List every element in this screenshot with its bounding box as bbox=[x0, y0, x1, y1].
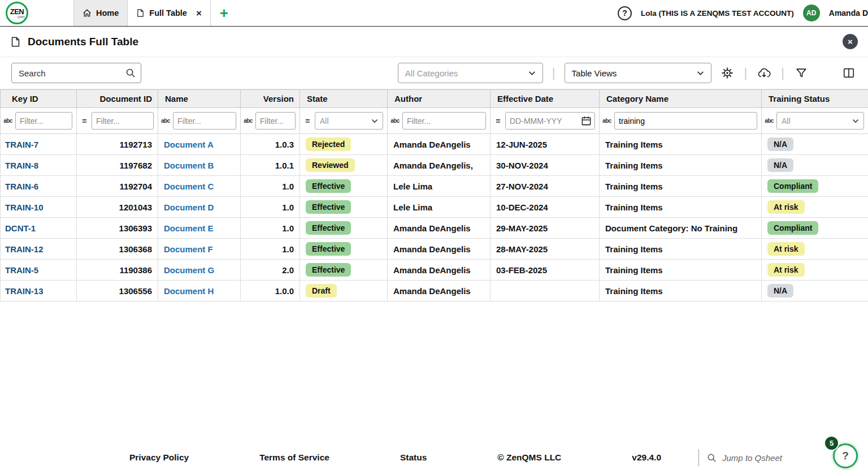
state-badge: Effective bbox=[306, 242, 351, 256]
text-filter-icon[interactable]: abc bbox=[602, 118, 611, 124]
zenqms-logo[interactable]: ZEN QMS bbox=[0, 0, 74, 26]
footer-link-terms-of-service[interactable]: Terms of Service bbox=[259, 453, 329, 463]
tab-full-table[interactable]: Full Table × bbox=[128, 0, 211, 26]
key-id-link[interactable]: TRAIN-10 bbox=[5, 202, 44, 212]
equals-filter-icon[interactable]: = bbox=[303, 117, 312, 126]
filter-author: abc bbox=[388, 108, 491, 134]
equals-filter-icon[interactable]: = bbox=[493, 117, 502, 126]
document-name-link[interactable]: Document A bbox=[164, 140, 214, 149]
document-name-cell: Document H bbox=[158, 281, 241, 301]
columns-layout-icon[interactable] bbox=[841, 65, 857, 81]
help-icon[interactable]: ? bbox=[618, 6, 632, 20]
text-filter-icon[interactable]: abc bbox=[161, 118, 170, 124]
key-id-link[interactable]: DCNT-1 bbox=[5, 223, 36, 233]
document-name-link[interactable]: Document C bbox=[164, 182, 214, 191]
footer-link-status[interactable]: Status bbox=[400, 453, 427, 463]
effective-date-cell: 27-NOV-2024 bbox=[491, 176, 600, 197]
training-status-cell: N/A bbox=[762, 281, 868, 301]
text-filter-icon[interactable]: abc bbox=[244, 118, 253, 124]
effective-date-filter-input[interactable] bbox=[506, 113, 580, 129]
training-status-badge: Compliant bbox=[767, 221, 818, 235]
effective-date-cell: 12-JUN-2025 bbox=[491, 134, 600, 155]
document-name-link[interactable]: Document F bbox=[164, 244, 213, 254]
column-header-category-name[interactable]: Category Name bbox=[600, 90, 762, 108]
author-cell: Amanda DeAngelis, bbox=[388, 155, 491, 176]
document-name-cell: Document D bbox=[158, 197, 241, 218]
key-id-link[interactable]: TRAIN-8 bbox=[5, 161, 38, 170]
table-views-dropdown[interactable]: Table Views bbox=[565, 63, 711, 83]
document-name-link[interactable]: Document D bbox=[164, 202, 214, 212]
column-header-document-id[interactable]: Document ID bbox=[77, 90, 158, 108]
author-cell: Lele Lima bbox=[388, 176, 491, 197]
key-id-link[interactable]: TRAIN-6 bbox=[5, 182, 38, 191]
training-status-cell: N/A bbox=[762, 134, 868, 155]
version-cell: 1.0 bbox=[241, 197, 300, 218]
close-page-button[interactable]: × bbox=[843, 34, 858, 49]
key-id-link[interactable]: TRAIN-12 bbox=[5, 244, 44, 254]
column-header-name[interactable]: Name bbox=[158, 90, 241, 108]
column-header-state[interactable]: State bbox=[300, 90, 388, 108]
avatar[interactable]: AD bbox=[803, 5, 820, 21]
document-name-link[interactable]: Document B bbox=[164, 161, 214, 170]
tab-close-icon[interactable]: × bbox=[196, 8, 202, 18]
author-filter-input[interactable] bbox=[402, 112, 486, 130]
settings-gear-icon[interactable] bbox=[719, 65, 735, 81]
version-cell: 1.0.1 bbox=[241, 155, 300, 176]
table-row: TRAIN-71192713Document A1.0.3RejectedAma… bbox=[1, 134, 868, 155]
cloud-download-icon[interactable] bbox=[756, 65, 772, 81]
category-name-cell: Document Category: No Training bbox=[600, 218, 762, 239]
column-header-training-status[interactable]: Training Status bbox=[762, 90, 868, 108]
version-cell: 1.0 bbox=[241, 239, 300, 260]
search-icon bbox=[125, 68, 136, 78]
effective-date-cell: 29-MAY-2025 bbox=[491, 218, 600, 239]
category-name-cell: Training Items bbox=[600, 176, 762, 197]
text-filter-icon[interactable]: abc bbox=[3, 118, 12, 124]
category-name-cell: Training Items bbox=[600, 239, 762, 260]
key-id-cell: TRAIN-6 bbox=[1, 176, 77, 197]
state-filter-dropdown[interactable]: All bbox=[315, 112, 383, 130]
state-cell: Draft bbox=[300, 281, 388, 301]
filter-document-id: = bbox=[77, 108, 158, 134]
column-header-effective-date[interactable]: Effective Date bbox=[491, 90, 600, 108]
chevron-down-icon bbox=[697, 71, 704, 76]
text-filter-icon[interactable]: abc bbox=[390, 118, 400, 124]
column-header-version[interactable]: Version bbox=[241, 90, 300, 108]
filter-row: abc = abc abc bbox=[1, 108, 868, 134]
new-tab-button[interactable]: + bbox=[211, 0, 237, 26]
column-header-author[interactable]: Author bbox=[388, 90, 491, 108]
key-id-link[interactable]: TRAIN-13 bbox=[5, 286, 44, 296]
title-bar: Documents Full Table × bbox=[0, 27, 868, 57]
document-name-link[interactable]: Document H bbox=[164, 286, 214, 296]
training-status-badge: N/A bbox=[767, 158, 793, 172]
key-id-link[interactable]: TRAIN-5 bbox=[5, 265, 38, 275]
document-name-link[interactable]: Document E bbox=[164, 223, 214, 233]
training-status-filter-dropdown[interactable]: All bbox=[776, 112, 864, 130]
document-name-cell: Document F bbox=[158, 239, 241, 260]
key-id-filter-input[interactable] bbox=[15, 112, 72, 130]
state-cell: Effective bbox=[300, 218, 388, 239]
categories-dropdown[interactable]: All Categories bbox=[398, 63, 543, 83]
categories-dropdown-value: All Categories bbox=[405, 68, 458, 78]
page-title-icon bbox=[10, 36, 21, 48]
text-filter-icon[interactable]: abc bbox=[765, 118, 774, 124]
filter-funnel-icon[interactable] bbox=[793, 65, 809, 81]
key-id-link[interactable]: TRAIN-7 bbox=[5, 140, 38, 149]
document-name-link[interactable]: Document G bbox=[164, 265, 214, 275]
column-header-key-id[interactable]: Key ID bbox=[1, 90, 77, 108]
footer-link-privacy-policy[interactable]: Privacy Policy bbox=[129, 453, 189, 463]
version-filter-input[interactable] bbox=[255, 112, 296, 130]
search-input[interactable] bbox=[11, 63, 141, 83]
state-badge: Rejected bbox=[306, 137, 351, 151]
jump-to-qsheet-input[interactable] bbox=[721, 453, 800, 463]
document-id-cell: 1192704 bbox=[77, 176, 158, 197]
calendar-icon[interactable] bbox=[580, 115, 594, 126]
document-id-filter-input[interactable] bbox=[92, 112, 154, 130]
name-filter-input[interactable] bbox=[173, 112, 236, 130]
equals-filter-icon[interactable]: = bbox=[80, 117, 89, 126]
table-row: TRAIN-131306556Document H1.0.0DraftAmand… bbox=[1, 281, 868, 301]
document-id-cell: 1306368 bbox=[77, 239, 158, 260]
chevron-down-icon bbox=[852, 119, 859, 123]
category-name-filter-input[interactable] bbox=[614, 112, 757, 130]
author-cell: Lele Lima bbox=[388, 197, 491, 218]
tab-home[interactable]: Home bbox=[74, 0, 128, 26]
